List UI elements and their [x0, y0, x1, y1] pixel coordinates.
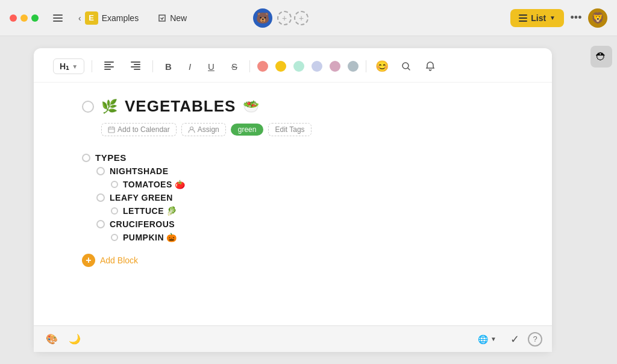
title-checkbox[interactable] [82, 101, 94, 113]
right-sidebar: ⛑ [586, 36, 617, 364]
tomatoes-label: TOMATOES 🍅 [123, 180, 186, 189]
svg-rect-0 [53, 14, 63, 16]
doc-toolbar: H₁ ▼ [34, 48, 552, 83]
calendar-label: Add to Calendar [117, 125, 170, 134]
svg-rect-10 [131, 61, 140, 63]
back-chevron-icon: ‹ [78, 13, 81, 23]
strikethrough-button[interactable]: S [227, 59, 242, 74]
add-avatar-2[interactable]: + [294, 11, 308, 25]
search-button[interactable] [398, 58, 415, 75]
assign-label: Assign [198, 125, 219, 134]
heading-selector[interactable]: H₁ ▼ [53, 58, 84, 74]
align-left-button[interactable] [99, 59, 119, 74]
nav-back[interactable]: ‹ E Examples [74, 9, 143, 27]
list-item: LEAFY GREEN [82, 191, 504, 204]
nightshade-dot [96, 167, 105, 175]
color-periwinkle[interactable] [312, 61, 322, 72]
bold-button[interactable]: B [160, 59, 177, 74]
close-button[interactable] [10, 14, 17, 22]
add-block-row[interactable]: + Add Block [82, 254, 504, 267]
avatar-bear-1: 🐻 [253, 8, 272, 28]
breadcrumb-label: Examples [102, 13, 139, 23]
main-layout: H₁ ▼ [0, 36, 617, 364]
palette-button[interactable]: 🎨 [43, 331, 60, 348]
toolbar-separator-1 [92, 60, 92, 72]
menu-button[interactable] [48, 8, 67, 28]
list-button[interactable]: List ▼ [510, 9, 564, 27]
dark-mode-button[interactable]: 🌙 [66, 331, 83, 348]
center-avatar-group: 🐻 + + [253, 8, 308, 28]
bottom-right: 🌐 ▼ ✓ ? [473, 331, 542, 348]
add-block-label: Add Block [100, 256, 138, 265]
emoji-button[interactable]: 😊 [374, 58, 390, 75]
italic-button[interactable]: I [184, 59, 196, 74]
user-avatar[interactable]: 🦁 [588, 8, 607, 28]
svg-rect-3 [519, 14, 527, 16]
language-button[interactable]: 🌐 ▼ [473, 332, 501, 347]
heading-chevron-icon: ▼ [72, 63, 78, 70]
list-item: NIGHTSHADE [82, 165, 504, 178]
svg-rect-9 [104, 69, 111, 70]
types-dot [82, 154, 90, 162]
toolbar-separator-4 [366, 60, 366, 72]
leafy-label: LEAFY GREEN [110, 193, 173, 202]
svg-rect-12 [131, 66, 140, 67]
nightshade-label: NIGHTSHADE [110, 166, 169, 176]
leafy-dot [96, 193, 105, 202]
color-mint[interactable] [293, 61, 304, 72]
help-button[interactable]: ? [528, 332, 542, 347]
svg-rect-8 [104, 66, 114, 67]
helmet-icon[interactable]: ⛑ [590, 46, 612, 67]
underline-button[interactable]: U [203, 59, 219, 74]
list-chevron-icon: ▼ [550, 14, 556, 21]
svg-rect-13 [134, 69, 140, 70]
list-item: TOMATOES 🍅 [82, 178, 504, 191]
more-button[interactable]: ••• [566, 8, 586, 28]
breadcrumb-letter: E [89, 13, 94, 22]
doc-area: H₁ ▼ [0, 36, 586, 364]
color-slate[interactable] [348, 61, 359, 72]
doc-meta-row: Add to Calendar Assign green Edit Tags [101, 123, 504, 136]
color-lavender[interactable] [330, 61, 340, 72]
list-label: List [531, 13, 546, 23]
svg-rect-4 [519, 17, 527, 19]
toolbar-separator-3 [249, 60, 250, 72]
add-to-calendar-button[interactable]: Add to Calendar [101, 123, 177, 136]
list-item: LETTUCE 🥬 [82, 204, 504, 218]
doc-title: VEGETABLES [125, 97, 236, 116]
add-avatar-1[interactable]: + [277, 11, 292, 25]
types-section: TYPES NIGHTSHADE TOMATOES 🍅 [82, 151, 504, 244]
new-button[interactable]: New [149, 10, 195, 27]
edit-tags-label: Edit Tags [275, 125, 304, 134]
pumpkin-dot [111, 234, 118, 241]
minimize-button[interactable] [20, 14, 28, 22]
bottom-bar: 🎨 🌙 🌐 ▼ ✓ ? [34, 325, 552, 352]
confirm-button[interactable]: ✓ [506, 331, 523, 348]
svg-rect-11 [134, 64, 140, 65]
notification-button[interactable] [422, 58, 439, 75]
pumpkin-label: PUMPKIN 🎃 [123, 233, 177, 242]
underline-label: U [208, 61, 215, 72]
svg-rect-7 [104, 64, 111, 65]
title-emoji-right: 🥗 [243, 99, 259, 115]
svg-rect-1 [53, 17, 63, 19]
titlebar: ‹ E Examples New 🐻 + + List ▼ ••• [0, 0, 617, 36]
align-right-button[interactable] [126, 59, 145, 74]
color-yellow[interactable] [275, 61, 286, 72]
tomatoes-dot [111, 181, 118, 188]
edit-tags-button[interactable]: Edit Tags [268, 123, 311, 136]
italic-label: I [189, 61, 191, 72]
fullscreen-button[interactable] [31, 14, 39, 22]
tag-green[interactable]: green [231, 124, 264, 136]
strikethrough-label: S [231, 61, 237, 72]
color-pink[interactable] [257, 61, 268, 72]
doc-card: H₁ ▼ [34, 48, 552, 352]
assign-button[interactable]: Assign [181, 123, 226, 136]
add-avatars[interactable]: + + [277, 11, 308, 25]
heading-label: H₁ [60, 61, 69, 71]
bottom-left: 🎨 🌙 [43, 331, 83, 348]
list-item: CRUCIFEROUS [82, 218, 504, 231]
toolbar-separator-2 [152, 60, 153, 72]
svg-rect-17 [113, 127, 114, 128]
traffic-lights [10, 14, 39, 22]
